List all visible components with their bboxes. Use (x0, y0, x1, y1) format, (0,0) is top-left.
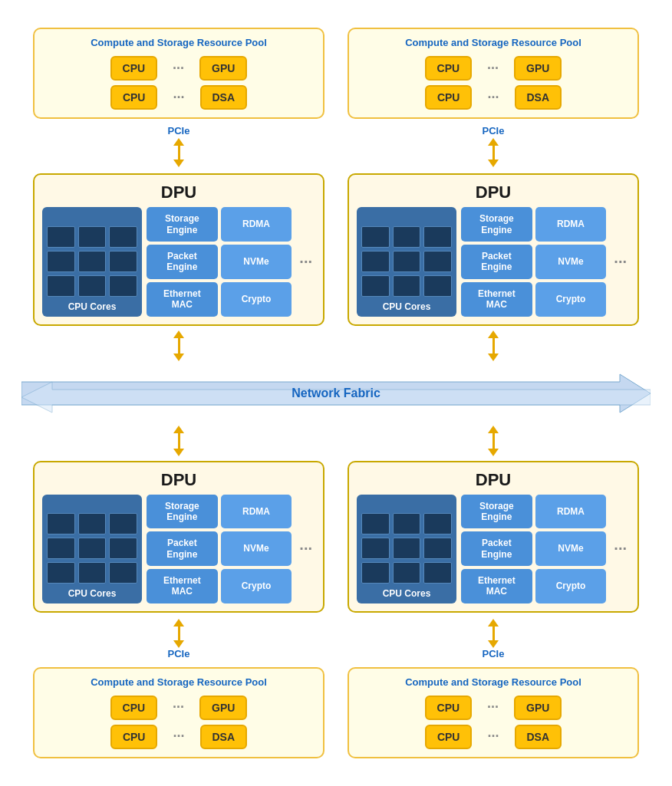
packet-engine-tl: PacketEngine (147, 245, 218, 279)
double-arrow-tr (488, 331, 499, 361)
cpu-cores-grid-br (361, 513, 452, 584)
pool-title: Compute and Storage Resource Pool (91, 37, 267, 48)
core-cell (393, 538, 421, 559)
pcie-bottom-right: PCIe (348, 616, 639, 664)
dots-r2: ··· (487, 90, 499, 106)
pool-row-r2: CPU ··· DSA (425, 85, 562, 110)
dpu-bottom-right: DPU CPU Cores (348, 461, 639, 613)
dpu-title-br: DPU (357, 470, 630, 490)
dots-bl2: ··· (173, 728, 184, 745)
pool-row-2: CPU ··· DSA (110, 85, 247, 110)
gpu-chip-br: GPU (514, 696, 562, 720)
engines-row-2-bl: PacketEngine NVMe (147, 531, 292, 566)
pcie-bottom-row: PCIe PCIe (8, 616, 664, 664)
ethernet-mac-br: EthernetMAC (461, 569, 532, 603)
storage-engine-br: StorageEngine (461, 495, 532, 529)
pcie-top-row: PCIe PCIe (8, 122, 664, 170)
dpu-inner-br: CPU Cores StorageEngine RDMA PacketEngin… (357, 495, 630, 603)
crypto-tl: Crypto (221, 282, 292, 317)
top-pool-left: Compute and Storage Resource Pool CPU ··… (33, 28, 324, 119)
bottom-dpu-row: DPU CPU Cores (8, 461, 664, 613)
core-cell (78, 513, 107, 534)
crypto-bl: Crypto (221, 569, 292, 603)
core-cell (109, 226, 137, 248)
nvme-br: NVMe (535, 531, 607, 566)
bottom-pool-right: Compute and Storage Resource Pool CPU ··… (348, 667, 639, 758)
pool-row-br1: CPU ··· GPU (425, 696, 562, 720)
crypto-tr: Crypto (535, 282, 607, 317)
core-cell (47, 538, 75, 559)
core-cell (393, 513, 421, 534)
pcie-arrow-br (488, 619, 499, 648)
core-cell (109, 562, 137, 584)
cpu-cores-bl: CPU Cores (42, 495, 142, 603)
dpu-inner-bl: CPU Cores StorageEngine RDMA PacketEngin… (42, 495, 315, 603)
dpu-inner-tr: CPU Cores StorageEngine RDMA PacketEngin… (357, 207, 630, 316)
core-cell (47, 275, 75, 297)
engines-col-bl: StorageEngine RDMA PacketEngine NVMe Eth… (147, 495, 292, 603)
engines-row-1-bl: StorageEngine RDMA (147, 495, 292, 529)
core-cell (109, 251, 137, 272)
core-cell (109, 538, 137, 559)
nvme-bl: NVMe (221, 531, 292, 566)
dots-bl: ··· (173, 699, 184, 715)
core-cell (423, 275, 452, 297)
core-cell (361, 251, 390, 272)
pcie-label-tl: PCIe (168, 125, 190, 136)
dsa-chip-bl: DSA (200, 725, 248, 749)
core-cell (393, 251, 421, 272)
engines-row-3-tl: EthernetMAC Crypto (147, 282, 292, 317)
core-cell (109, 513, 137, 534)
dpu-bottom-left: DPU CPU Cores (33, 461, 324, 613)
v-arrow-top-left (33, 331, 324, 361)
core-cell (393, 275, 421, 297)
dots-2: ··· (173, 90, 184, 106)
cpu-chip-r2: CPU (425, 85, 473, 110)
cpu-chip: CPU (110, 56, 158, 81)
double-arrow-tl (173, 331, 184, 361)
dpu-mid-dots-bl: ··· (296, 495, 315, 603)
network-arrow-container: Network Fabric (21, 370, 651, 416)
core-cell (361, 562, 390, 584)
bottom-pools-row: Compute and Storage Resource Pool CPU ··… (8, 667, 664, 758)
cpu-chip-br: CPU (425, 696, 473, 720)
dpu-title-tl: DPU (42, 183, 315, 202)
cpu-cores-label-tl: CPU Cores (68, 301, 117, 312)
cpu-cores-grid-tr (361, 226, 452, 297)
core-cell (423, 251, 452, 272)
pcie-label-tr: PCIe (483, 125, 505, 136)
pool-title-bl: Compute and Storage Resource Pool (91, 676, 267, 688)
dots-r: ··· (487, 61, 499, 77)
pcie-arrow-tl (173, 138, 184, 167)
pcie-bottom-left: PCIe (33, 616, 324, 664)
dpu-title-tr: DPU (357, 183, 630, 202)
ethernet-mac-tr: EthernetMAC (461, 282, 532, 317)
pcie-label-br: PCIe (483, 648, 505, 659)
cpu-chip-bl2: CPU (110, 725, 158, 749)
v-arrows-bottom (8, 426, 664, 456)
main-diagram: Compute and Storage Resource Pool CPU ··… (8, 28, 664, 758)
bottom-pool-left: Compute and Storage Resource Pool CPU ··… (33, 667, 324, 758)
storage-engine-tr: StorageEngine (461, 207, 532, 242)
core-cell (393, 562, 421, 584)
cpu-chip-br2: CPU (425, 725, 473, 749)
top-pool-right: Compute and Storage Resource Pool CPU ··… (348, 28, 639, 119)
gpu-chip-bl: GPU (199, 696, 247, 720)
pcie-top-right: PCIe (348, 122, 639, 170)
packet-engine-bl: PacketEngine (147, 531, 218, 566)
dots-br: ··· (487, 699, 499, 715)
core-cell (423, 562, 452, 584)
core-cell (78, 251, 107, 272)
dpu-top-left: DPU CPU Cores (33, 173, 324, 325)
cpu-chip-r: CPU (425, 56, 473, 81)
core-cell (78, 226, 107, 248)
engines-row-3-tr: EthernetMAC Crypto (461, 282, 606, 317)
core-cell (361, 538, 390, 559)
engines-row-3-bl: EthernetMAC Crypto (147, 569, 292, 603)
engines-row-3-br: EthernetMAC Crypto (461, 569, 606, 603)
double-arrow-br (488, 426, 499, 456)
core-cell (393, 226, 421, 248)
dpu-mid-dots-tr: ··· (611, 207, 630, 316)
engines-col-tl: StorageEngine RDMA PacketEngine NVMe Eth… (147, 207, 292, 316)
pool-row-1: CPU ··· GPU (110, 56, 248, 81)
